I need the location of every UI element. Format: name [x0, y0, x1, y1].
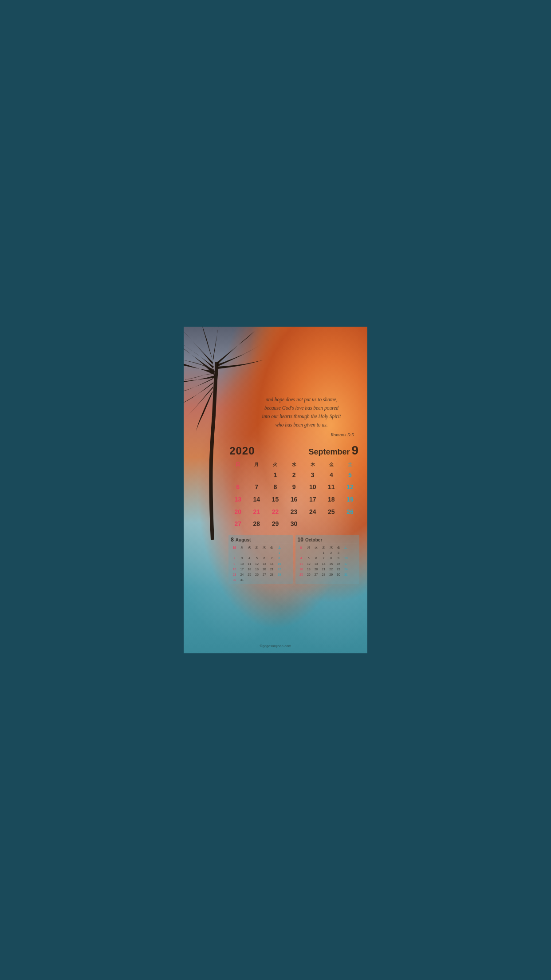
- day-12: 12: [341, 481, 359, 494]
- day-header-sun: 日: [228, 460, 247, 469]
- mini-calendar-august: 8 August 日 月 火 水 木 金 土 1: [228, 535, 292, 585]
- quote-section: and hope does not put us to shame, becau…: [245, 395, 359, 437]
- mini-aug-row6: 3031: [231, 577, 290, 582]
- mini-oct-row2: 45678910: [298, 556, 357, 561]
- day-28: 28: [247, 518, 266, 530]
- mini-cal-october-header: 10 October: [298, 537, 357, 544]
- day-4: 4: [322, 469, 341, 482]
- mini-aug-row2: 2345678: [231, 556, 290, 561]
- day-22: 22: [266, 506, 284, 518]
- day-header-sat: 土: [341, 460, 359, 469]
- day-16: 16: [285, 494, 303, 506]
- calendar-week-3: 13 14 15 16 17 18 19: [228, 494, 359, 506]
- day-7: 7: [247, 481, 266, 494]
- day-6: 6: [228, 481, 247, 494]
- day-3: 3: [303, 469, 322, 482]
- day-10: 10: [303, 481, 322, 494]
- calendar-week-2: 6 7 8 9 10 11 12: [228, 481, 359, 494]
- mini-cal-october-num: 10: [298, 537, 303, 543]
- mini-cal-august-num: 8: [231, 537, 234, 543]
- day-empty: [303, 518, 322, 530]
- day-header-thu: 木: [303, 460, 322, 469]
- calendar-month-num: 9: [351, 443, 358, 457]
- day-30: 30: [285, 518, 303, 530]
- mini-oct-row5: 25262728293031: [298, 572, 357, 577]
- day-empty: [247, 469, 266, 482]
- day-8: 8: [266, 481, 284, 494]
- footer-copyright: ©gogosanjihan.com: [260, 644, 291, 648]
- day-27: 27: [228, 518, 247, 530]
- footer: ©gogosanjihan.com: [184, 641, 367, 649]
- day-header-wed: 水: [285, 460, 303, 469]
- calendar-week-4: 20 21 22 23 24 25 26: [228, 506, 359, 518]
- day-empty: [341, 518, 359, 530]
- day-9: 9: [285, 481, 303, 494]
- day-5: 5: [341, 469, 359, 482]
- calendar-year: 2020: [229, 445, 255, 457]
- day-26: 26: [341, 506, 359, 518]
- quote-text: and hope does not put us to shame, becau…: [245, 395, 358, 429]
- main-calendar: 2020 September 9 日 月 火 水 木 金 土 1: [228, 443, 359, 530]
- mini-aug-row5: 23242526272829: [231, 572, 290, 577]
- mini-calendar-october: 10 October 日 月 火 水 木 金 土 123: [295, 535, 359, 585]
- day-header-tue: 火: [266, 460, 284, 469]
- day-20: 20: [228, 506, 247, 518]
- day-13: 13: [228, 494, 247, 506]
- day-1: 1: [266, 469, 284, 482]
- day-empty: [228, 469, 247, 482]
- calendar-day-headers: 日 月 火 水 木 金 土: [228, 460, 359, 469]
- quote-reference: Romans 5:5: [245, 432, 358, 437]
- day-24: 24: [303, 506, 322, 518]
- mini-cal-august-header: 8 August: [231, 537, 290, 544]
- mini-aug-row4: 16171819202122: [231, 566, 290, 572]
- day-23: 23: [285, 506, 303, 518]
- day-18: 18: [322, 494, 341, 506]
- mini-cal-october-headers: 日 月 火 水 木 金 土: [298, 545, 357, 550]
- mini-calendars: 8 August 日 月 火 水 木 金 土 1: [228, 535, 359, 585]
- day-19: 19: [341, 494, 359, 506]
- day-25: 25: [322, 506, 341, 518]
- day-header-mon: 月: [247, 460, 266, 469]
- calendar-week-5: 27 28 29 30: [228, 518, 359, 530]
- phone-frame: and hope does not put us to shame, becau…: [184, 327, 367, 653]
- day-11: 11: [322, 481, 341, 494]
- mini-cal-october-name: October: [305, 537, 322, 542]
- mini-cal-august-name: August: [236, 537, 251, 542]
- calendar-week-1: 1 2 3 4 5: [228, 469, 359, 482]
- day-21: 21: [247, 506, 266, 518]
- day-14: 14: [247, 494, 266, 506]
- mini-oct-row3: 11121314151617: [298, 561, 357, 566]
- mini-aug-row3: 9101112131415: [231, 561, 290, 566]
- calendar-month-name: September: [308, 447, 350, 456]
- day-empty: [322, 518, 341, 530]
- content-overlay: and hope does not put us to shame, becau…: [184, 327, 367, 653]
- mini-oct-row4: 18192021222324: [298, 566, 357, 572]
- mini-aug-row1: 1: [231, 550, 290, 556]
- day-header-fri: 金: [322, 460, 341, 469]
- day-29: 29: [266, 518, 284, 530]
- mini-cal-august-headers: 日 月 火 水 木 金 土: [231, 545, 290, 550]
- day-2: 2: [285, 469, 303, 482]
- mini-oct-row1: 123: [298, 550, 357, 556]
- calendar-header: 2020 September 9: [228, 443, 359, 458]
- day-17: 17: [303, 494, 322, 506]
- day-15: 15: [266, 494, 284, 506]
